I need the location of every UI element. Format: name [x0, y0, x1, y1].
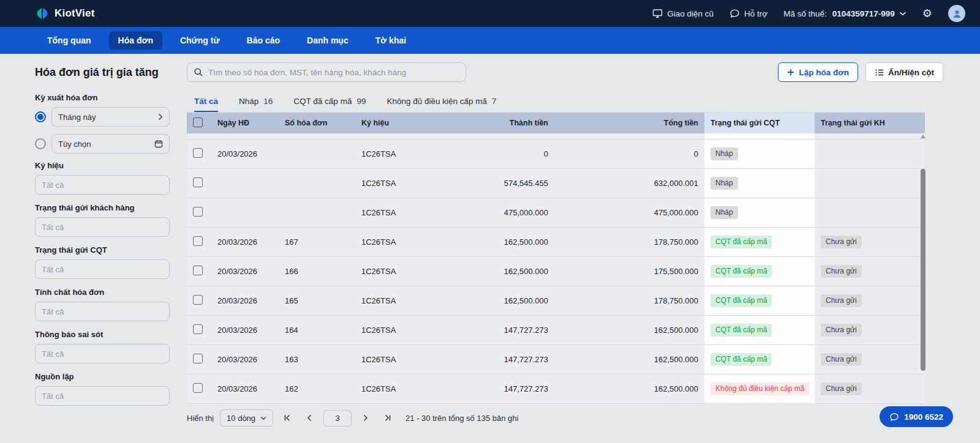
col-header-invoice-no[interactable]: Số hóa đơn	[279, 119, 355, 127]
filter-input-2[interactable]	[35, 259, 170, 279]
row-checkbox[interactable]	[193, 266, 203, 275]
last-page-button[interactable]	[380, 410, 396, 426]
nav-item-1[interactable]: Hóa đơn	[109, 31, 162, 50]
main-nav: Tổng quanHóa đơnChứng từBáo cáoDanh mụcT…	[0, 27, 980, 54]
row-checkbox[interactable]	[193, 383, 203, 393]
cell-serial: 1C26TSA	[355, 208, 426, 217]
table-row: 20/03/20261641C26TSA147,727.273162,500.0…	[187, 316, 925, 345]
cell-amount: 574,545.455	[426, 179, 554, 188]
cell-amount: 0	[426, 149, 554, 158]
avatar[interactable]	[948, 5, 965, 22]
nav-item-5[interactable]: Tờ khai	[366, 31, 415, 50]
cell-total: 178,750.000	[554, 237, 704, 247]
create-invoice-button[interactable]: Lập hóa đơn	[778, 62, 858, 82]
cell-amount: 147,727.273	[426, 326, 554, 335]
period-option-custom: Tùy chọn	[35, 134, 170, 154]
col-header-date[interactable]: Ngày HĐ	[211, 119, 279, 127]
radio-custom[interactable]	[35, 138, 46, 149]
kh-status-badge: Chưa gửi	[821, 265, 862, 278]
cell-serial: 1C26TSA	[355, 326, 426, 335]
toggle-columns-button[interactable]: Ẩn/Hiện cột	[865, 62, 943, 82]
scroll-up-arrow-icon[interactable]	[921, 135, 925, 138]
table-row: 20/03/20261631C26TSA147,727.273162,500.0…	[187, 345, 925, 374]
row-checkbox[interactable]	[193, 207, 203, 217]
nav-item-0[interactable]: Tổng quan	[38, 31, 100, 50]
cqt-status-badge: Nháp	[710, 147, 738, 161]
columns-icon	[875, 69, 884, 76]
first-page-button[interactable]	[279, 410, 295, 426]
period-select-this-month[interactable]: Tháng này	[51, 107, 170, 127]
support-button[interactable]: Hỗ trợ	[729, 9, 767, 18]
next-page-button[interactable]	[358, 410, 374, 426]
tax-code-selector[interactable]: Mã số thuế: 0104359717-999	[783, 9, 907, 18]
cell-total: 475,000.000	[554, 208, 704, 217]
cell-cqt-status: CQT đã cấp mã	[704, 316, 815, 344]
nav-item-2[interactable]: Chứng từ	[171, 31, 229, 50]
period-select-custom[interactable]: Tùy chọn	[51, 134, 170, 154]
row-checkbox[interactable]	[193, 236, 203, 246]
cell-kh-status: Chưa gửi	[815, 324, 925, 337]
table-body: 20/03/20261C26TSA00Nháp1C26TSA574,545.45…	[187, 140, 925, 404]
page-size-select[interactable]: 10 dòng	[220, 409, 273, 426]
sidebar-filters: Ký hiệuTrạng thái gửi khách hàngTrạng th…	[35, 161, 170, 406]
filter-input-0[interactable]	[35, 175, 170, 195]
cell-date: 20/03/2026	[211, 296, 279, 305]
tabs: Tất cảNháp16CQT đã cấp mã99Không đủ điều…	[187, 91, 925, 113]
period-custom-label: Tùy chọn	[58, 140, 91, 149]
checkbox-cell	[187, 295, 211, 307]
prev-page-button[interactable]	[301, 410, 317, 426]
cell-invoice-no: 167	[279, 237, 355, 247]
filter-group-0: Ký hiệu	[35, 161, 170, 195]
tab-1[interactable]: Nháp16	[239, 91, 273, 112]
chevron-down-icon	[260, 416, 266, 420]
filter-group-2: Trạng thái gửi CQT	[35, 245, 170, 279]
filter-label: Trạng thái gửi khách hàng	[35, 203, 170, 212]
chat-icon	[729, 9, 740, 18]
tab-0[interactable]: Tất cả	[194, 91, 218, 112]
tax-code-value: 0104359717-999	[832, 9, 895, 18]
filter-label: Tính chất hóa đơn	[35, 288, 170, 297]
table-header: Ngày HĐ Số hóa đơn Ký hiệu Thành tiền Tổ…	[187, 113, 925, 133]
nav-items: Tổng quanHóa đơnChứng từBáo cáoDanh mụcT…	[38, 31, 415, 50]
current-page-input[interactable]: 3	[323, 410, 352, 426]
page-size-value: 10 dòng	[227, 414, 255, 423]
checkbox-cell	[187, 266, 211, 277]
search-input[interactable]	[208, 68, 459, 77]
filter-input-4[interactable]	[35, 344, 170, 363]
cqt-status-badge: Không đủ điều kiện cấp mã	[710, 382, 809, 396]
row-checkbox[interactable]	[193, 324, 203, 334]
filter-input-3[interactable]	[35, 302, 170, 321]
row-checkbox[interactable]	[193, 177, 203, 187]
old-ui-button[interactable]: Giao diện cũ	[652, 9, 714, 18]
select-all-checkbox[interactable]	[193, 117, 203, 127]
col-header-amount[interactable]: Thành tiền	[426, 119, 554, 127]
col-header-serial[interactable]: Ký hiệu	[355, 119, 426, 127]
col-header-cqt-status[interactable]: Trạng thái gửi CQT	[704, 113, 815, 133]
filter-input-5[interactable]	[35, 386, 170, 406]
cell-amount: 162,500.000	[426, 267, 554, 276]
calendar-icon	[154, 140, 163, 148]
hotline-button[interactable]: 1900 6522	[880, 406, 953, 427]
col-header-kh-status[interactable]: Trạng thái gửi KH	[815, 119, 925, 127]
row-checkbox[interactable]	[193, 148, 203, 158]
tab-2[interactable]: CQT đã cấp mã99	[293, 91, 366, 112]
cell-date: 20/03/2026	[211, 326, 279, 335]
table-scrollbar[interactable]	[920, 133, 926, 403]
radio-this-month[interactable]	[35, 111, 46, 122]
cell-kh-status: Chưa gửi	[815, 382, 925, 396]
row-checkbox[interactable]	[193, 295, 203, 305]
tab-3[interactable]: Không đủ điều kiện cấp mã7	[386, 91, 496, 112]
filter-input-1[interactable]	[35, 217, 170, 237]
nav-item-4[interactable]: Danh mục	[298, 31, 358, 50]
cell-cqt-status: CQT đã cấp mã	[704, 345, 815, 374]
kh-status-badge: Chưa gửi	[821, 324, 862, 337]
tab-label: Nháp	[239, 97, 258, 106]
filter-group-4: Thông báo sai sót	[35, 330, 170, 363]
filter-label: Ký hiệu	[35, 161, 170, 170]
nav-item-3[interactable]: Báo cáo	[238, 31, 289, 50]
scrollbar-thumb[interactable]	[921, 169, 925, 371]
filter-label: Trạng thái gửi CQT	[35, 245, 170, 255]
row-checkbox[interactable]	[193, 354, 203, 363]
col-header-total[interactable]: Tổng tiền	[554, 119, 704, 127]
settings-button[interactable]: ⚙	[922, 8, 932, 19]
